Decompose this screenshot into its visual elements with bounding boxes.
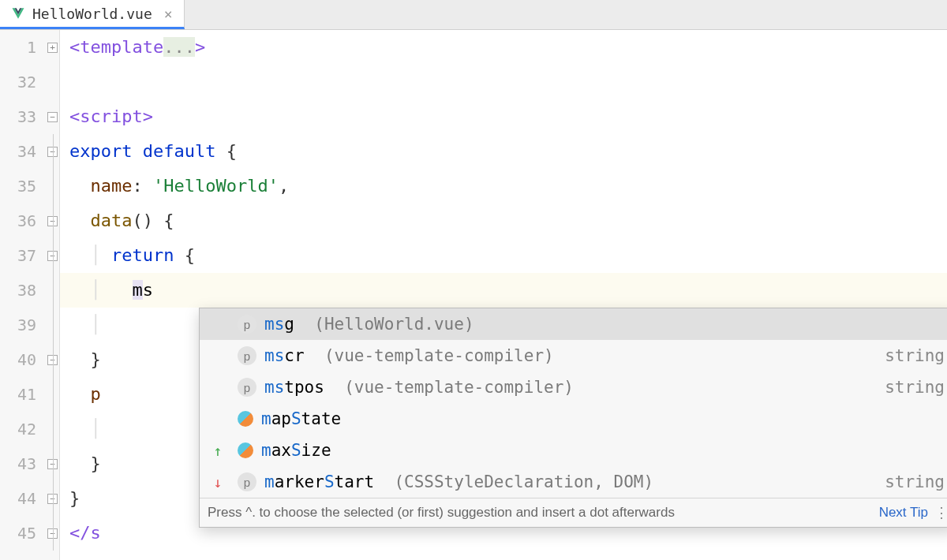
arrow-up-icon: ↑	[206, 442, 230, 459]
code-line: │ return {	[60, 238, 947, 273]
function-icon	[238, 442, 253, 458]
arrow-down-icon: ↓	[206, 474, 230, 491]
line-number: 36	[0, 203, 36, 238]
vue-icon	[11, 6, 25, 21]
tab-filename: HelloWorld.vue	[32, 6, 152, 22]
line-number: 1	[0, 30, 36, 65]
completion-label: msg (HelloWorld.vue)	[264, 315, 937, 334]
completion-item[interactable]: pmsg (HelloWorld.vue)	[200, 308, 947, 340]
gutter: 1 32 33 34 35 36 37 38 39 40 41 42 43 44…	[0, 30, 46, 560]
code-line	[60, 65, 947, 99]
property-icon: p	[238, 378, 256, 397]
line-number: 32	[0, 65, 36, 99]
code-line: <template...>	[60, 30, 947, 65]
completion-footer: Press ^. to choose the selected (or firs…	[200, 498, 947, 527]
line-number: 39	[0, 308, 36, 342]
completion-label: mstpos (vue-template-compiler)	[264, 378, 877, 397]
property-icon: p	[238, 346, 256, 365]
completion-item[interactable]: ↑maxSize	[200, 435, 947, 466]
more-icon[interactable]: ⋮	[934, 504, 947, 521]
line-number: 40	[0, 342, 36, 377]
fold-expand-icon[interactable]: +	[47, 43, 58, 53]
completion-popup: pmsg (HelloWorld.vue)pmscr (vue-template…	[199, 308, 947, 528]
line-number: 44	[0, 481, 36, 516]
property-icon: p	[238, 315, 256, 334]
code-line-active: │ ms	[60, 273, 947, 308]
completion-type: string	[885, 346, 945, 365]
line-number: 37	[0, 238, 36, 273]
editor[interactable]: 1 32 33 34 35 36 37 38 39 40 41 42 43 44…	[0, 30, 947, 560]
completion-type: string	[885, 378, 945, 397]
close-icon[interactable]: ×	[164, 6, 173, 22]
line-number: 43	[0, 446, 36, 481]
completion-item[interactable]: ↓pmarkerStart (CSSStyleDeclaration, DOM)…	[200, 466, 947, 498]
line-number: 41	[0, 377, 36, 412]
code-area[interactable]: <template...> <script> export default { …	[60, 30, 947, 560]
tab-bar: HelloWorld.vue ×	[0, 0, 947, 30]
code-line: name: 'HelloWorld',	[60, 169, 947, 203]
line-number: 45	[0, 516, 36, 551]
completion-label: mscr (vue-template-compiler)	[264, 346, 877, 365]
code-line: export default {	[60, 134, 947, 169]
tab-helloworld[interactable]: HelloWorld.vue ×	[0, 0, 185, 29]
completion-item[interactable]: mapState	[200, 403, 947, 435]
completion-tip: Press ^. to choose the selected (or firs…	[208, 505, 873, 521]
code-line: data() {	[60, 203, 947, 238]
completion-item[interactable]: pmstpos (vue-template-compiler)string	[200, 371, 947, 403]
next-tip-link[interactable]: Next Tip	[879, 505, 928, 521]
completion-type: string	[885, 472, 945, 491]
function-icon	[238, 411, 253, 427]
code-line: <script>	[60, 99, 947, 134]
completion-label: mapState	[261, 409, 937, 428]
line-number: 42	[0, 412, 36, 446]
completion-item[interactable]: pmscr (vue-template-compiler)string	[200, 340, 947, 371]
line-number: 34	[0, 134, 36, 169]
line-number: 33	[0, 99, 36, 134]
line-number: 35	[0, 169, 36, 203]
property-icon: p	[238, 472, 256, 491]
line-number: 38	[0, 273, 36, 308]
completion-label: markerStart (CSSStyleDeclaration, DOM)	[264, 472, 877, 491]
fold-collapse-icon[interactable]: −	[47, 112, 58, 122]
fold-column: + − − − − − − − −	[46, 30, 60, 560]
completion-label: maxSize	[261, 441, 937, 460]
